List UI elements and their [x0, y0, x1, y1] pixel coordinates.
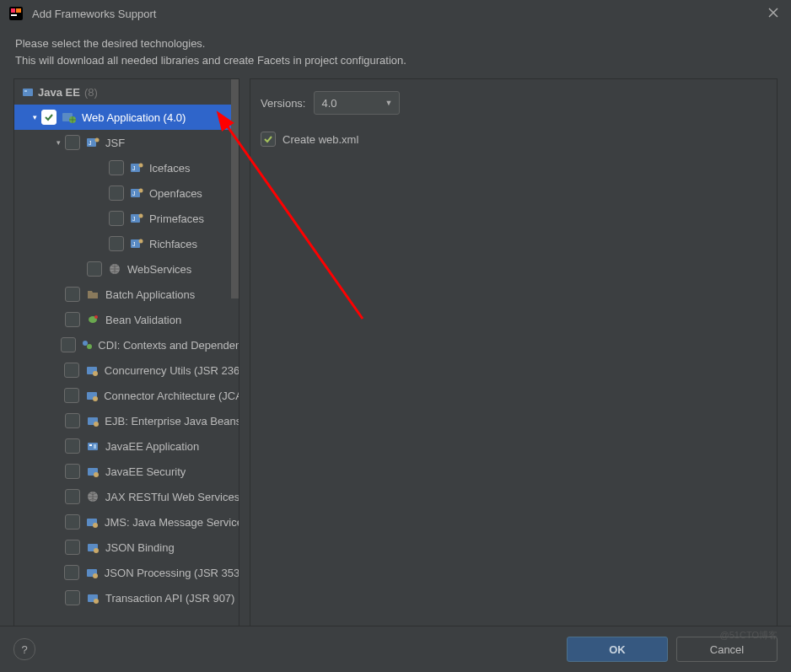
tree-item-checkbox[interactable] — [109, 236, 124, 251]
ok-button[interactable]: OK — [567, 637, 668, 662]
tree-item-checkbox[interactable] — [41, 110, 56, 125]
tree-item-label: Openfaces — [149, 187, 202, 200]
globe-icon — [85, 490, 100, 503]
tree-scrollbar[interactable] — [231, 79, 239, 298]
svg-text:J: J — [89, 140, 92, 146]
svg-point-41 — [93, 523, 98, 528]
tree-item[interactable]: JSON Binding — [14, 535, 239, 560]
tree-item[interactable]: JRichfaces — [14, 231, 239, 256]
versions-label: Versions: — [261, 97, 305, 110]
tree-item[interactable]: EJB: Enterprise Java Beans — [14, 408, 239, 433]
tree-item[interactable]: ▾JJSF — [14, 130, 239, 155]
tree-item-checkbox[interactable] — [65, 312, 80, 327]
svg-point-22 — [139, 239, 143, 244]
version-dropdown[interactable]: 4.0 ▼ — [314, 91, 400, 115]
tree-item-label: JMS: Java Message Service — [105, 516, 239, 529]
svg-rect-5 — [24, 90, 27, 92]
tree-item[interactable]: Batch Applications — [14, 282, 239, 307]
svg-point-16 — [139, 189, 143, 193]
tree-item[interactable]: JavaEE Security — [14, 459, 239, 484]
module-app-icon — [85, 439, 100, 453]
tree-item[interactable]: JavaEE Application — [14, 433, 239, 459]
tree-item-checkbox[interactable] — [65, 413, 80, 428]
tree-item[interactable]: JMS: Java Message Service — [14, 509, 239, 535]
tree-item-checkbox[interactable] — [87, 261, 102, 277]
tree-item-checkbox[interactable] — [64, 363, 79, 378]
globe-icon — [107, 262, 122, 276]
tree-item[interactable]: JAX RESTful Web Services — [14, 484, 239, 509]
tree-item[interactable]: JOpenfaces — [14, 180, 239, 206]
tree-item-label: CDI: Contexts and Dependency Injection — [98, 339, 239, 352]
svg-point-10 — [95, 138, 100, 142]
svg-point-31 — [93, 396, 98, 401]
tree-item[interactable]: Concurrency Utils (JSR 236) — [14, 358, 239, 383]
tree-header-label: Java EE — [38, 86, 80, 99]
tree-item-label: Connector Architecture (JCA) — [104, 390, 239, 402]
tree-item-label: JAX RESTful Web Services — [105, 491, 239, 503]
module-icon — [21, 86, 35, 98]
tree-item-checkbox[interactable] — [65, 489, 80, 504]
dialog-footer: ? OK Cancel — [0, 626, 791, 672]
version-value: 4.0 — [321, 97, 336, 110]
tree-item[interactable]: Bean Validation — [14, 307, 239, 332]
create-web-xml-checkbox[interactable] — [261, 132, 276, 147]
tree-item-checkbox[interactable] — [65, 135, 80, 150]
module-icon — [84, 566, 99, 579]
tree-item-label: Primefaces — [149, 212, 204, 225]
tree-item[interactable]: WebServices — [14, 256, 239, 282]
tree-item-label: WebServices — [127, 263, 191, 276]
tree-item[interactable]: JSON Processing (JSR 353) — [14, 560, 239, 585]
svg-rect-2 — [16, 8, 21, 13]
frameworks-tree[interactable]: Java EE (8) ▾Web Application (4.0)▾JJSFJ… — [14, 79, 239, 626]
svg-point-26 — [83, 341, 88, 346]
tree-item-label: JavaEE Security — [105, 465, 186, 478]
tree-header-java-ee[interactable]: Java EE (8) — [14, 79, 239, 105]
tree-item-label: Web Application (4.0) — [82, 111, 186, 124]
expander-icon[interactable]: ▾ — [28, 113, 41, 121]
tree-item-checkbox[interactable] — [109, 211, 124, 226]
jsf-icon: J — [129, 161, 144, 175]
intellij-icon — [8, 6, 24, 21]
svg-point-19 — [139, 214, 143, 218]
expander-icon[interactable]: ▾ — [51, 138, 65, 147]
tree-header-count: (8) — [84, 86, 98, 99]
svg-point-25 — [94, 315, 98, 319]
module-icon — [85, 540, 100, 554]
close-icon[interactable] — [767, 5, 779, 23]
tree-item-checkbox[interactable] — [64, 388, 79, 403]
tree-item-label: Richfaces — [149, 238, 197, 250]
tree-item[interactable]: JPrimefaces — [14, 206, 239, 231]
tree-item-checkbox[interactable] — [65, 590, 80, 605]
svg-point-29 — [93, 371, 98, 376]
svg-point-33 — [94, 422, 99, 427]
tree-item-checkbox[interactable] — [61, 337, 76, 352]
tree-item[interactable]: CDI: Contexts and Dependency Injection — [14, 332, 239, 358]
create-web-xml-row[interactable]: Create web.xml — [261, 132, 767, 147]
tree-item-checkbox[interactable] — [65, 514, 80, 530]
tree-item[interactable]: Connector Architecture (JCA) — [14, 383, 239, 408]
jsf-icon: J — [129, 212, 144, 225]
tree-item-checkbox[interactable] — [65, 540, 80, 555]
tree-item-checkbox[interactable] — [109, 185, 124, 201]
frameworks-tree-panel: Java EE (8) ▾Web Application (4.0)▾JJSFJ… — [13, 78, 239, 626]
watermark: @51CTO博客 — [720, 629, 778, 642]
svg-point-47 — [94, 599, 99, 604]
tree-item[interactable]: Transaction API (JSR 907) — [14, 585, 239, 610]
tree-item-checkbox[interactable] — [65, 464, 80, 479]
tree-item-checkbox[interactable] — [64, 565, 79, 580]
help-button[interactable]: ? — [13, 638, 35, 660]
tree-item[interactable]: ▾Web Application (4.0) — [14, 105, 239, 130]
tree-item-label: JSON Binding — [105, 541, 175, 554]
svg-rect-36 — [94, 444, 96, 449]
dialog-description: Please select the desired technologies. … — [0, 27, 791, 78]
tree-item[interactable]: JIcefaces — [14, 155, 239, 180]
tree-item-label: Batch Applications — [105, 288, 195, 301]
tree-item-checkbox[interactable] — [109, 160, 124, 175]
tree-item-checkbox[interactable] — [65, 438, 80, 454]
module-icon — [85, 465, 100, 478]
module-icon — [84, 363, 99, 377]
svg-point-45 — [93, 573, 98, 578]
dialog-title: Add Frameworks Support — [32, 8, 156, 20]
svg-text:J: J — [132, 191, 136, 196]
tree-item-checkbox[interactable] — [65, 287, 80, 302]
